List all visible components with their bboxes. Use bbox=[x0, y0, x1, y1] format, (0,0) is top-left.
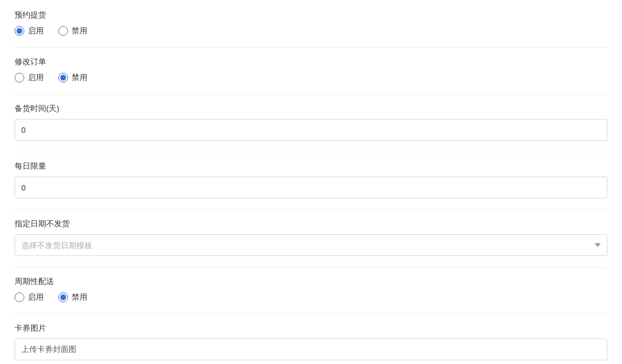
divider-5 bbox=[15, 267, 607, 268]
stock-days-section: 备货时间(天) bbox=[15, 103, 607, 141]
modify-order-enable[interactable]: 启用 bbox=[15, 72, 44, 83]
no-delivery-date-section: 指定日期不发货 选择不发货日期模板 bbox=[15, 218, 607, 256]
daily-limit-label: 每日限量 bbox=[15, 161, 607, 172]
weekly-delivery-disable-radio[interactable] bbox=[58, 292, 68, 302]
advance-pickup-enable-label[interactable]: 启用 bbox=[28, 25, 44, 36]
divider-1 bbox=[15, 47, 607, 48]
divider-2 bbox=[15, 94, 607, 95]
divider-3 bbox=[15, 152, 607, 152]
weekly-delivery-disable[interactable]: 禁用 bbox=[58, 292, 87, 303]
divider-6 bbox=[15, 314, 607, 314]
advance-pickup-disable-label[interactable]: 禁用 bbox=[72, 25, 87, 36]
upload-image-button[interactable]: 上传卡券封面图 bbox=[15, 339, 607, 360]
advance-pickup-section: 预约提货 启用 禁用 bbox=[15, 10, 607, 36]
weekly-delivery-enable-radio[interactable] bbox=[15, 292, 24, 302]
no-delivery-date-label: 指定日期不发货 bbox=[15, 218, 607, 229]
advance-pickup-disable-radio[interactable] bbox=[58, 26, 68, 36]
card-image-label: 卡券图片 bbox=[15, 323, 607, 334]
modify-order-enable-label[interactable]: 启用 bbox=[28, 72, 44, 83]
weekly-delivery-section: 周期性配送 启用 禁用 bbox=[15, 276, 607, 303]
modify-order-enable-radio[interactable] bbox=[15, 73, 24, 83]
weekly-delivery-radio-group: 启用 禁用 bbox=[15, 292, 607, 303]
upload-image-label: 上传卡券封面图 bbox=[21, 344, 77, 355]
weekly-delivery-label: 周期性配送 bbox=[15, 276, 607, 287]
advance-pickup-radio-group: 启用 禁用 bbox=[15, 25, 607, 36]
modify-order-disable-label[interactable]: 禁用 bbox=[72, 72, 87, 83]
modify-order-disable[interactable]: 禁用 bbox=[58, 72, 87, 83]
advance-pickup-enable-radio[interactable] bbox=[15, 26, 24, 36]
advance-pickup-label: 预约提货 bbox=[15, 10, 607, 21]
modify-order-radio-group: 启用 禁用 bbox=[15, 72, 607, 83]
advance-pickup-enable[interactable]: 启用 bbox=[15, 25, 44, 36]
daily-limit-section: 每日限量 bbox=[15, 161, 607, 198]
weekly-delivery-enable-label[interactable]: 启用 bbox=[28, 292, 44, 303]
no-delivery-date-select[interactable]: 选择不发货日期模板 bbox=[15, 234, 607, 256]
weekly-delivery-disable-label[interactable]: 禁用 bbox=[72, 292, 87, 303]
stock-days-label: 备货时间(天) bbox=[15, 103, 607, 114]
stock-days-input[interactable] bbox=[15, 119, 607, 141]
page-container: 预约提货 启用 禁用 修改订单 启用 禁用 bbox=[0, 0, 622, 364]
weekly-delivery-enable[interactable]: 启用 bbox=[15, 292, 44, 303]
modify-order-section: 修改订单 启用 禁用 bbox=[15, 56, 607, 83]
advance-pickup-disable[interactable]: 禁用 bbox=[58, 25, 87, 36]
divider-4 bbox=[15, 209, 607, 210]
card-image-section: 卡券图片 上传卡券封面图 ▲ 如需更新 卡券图片, 请再次点击「选择图片」上传即… bbox=[15, 323, 607, 364]
modify-order-label: 修改订单 bbox=[15, 56, 607, 67]
daily-limit-input[interactable] bbox=[15, 177, 607, 198]
modify-order-disable-radio[interactable] bbox=[58, 73, 68, 83]
